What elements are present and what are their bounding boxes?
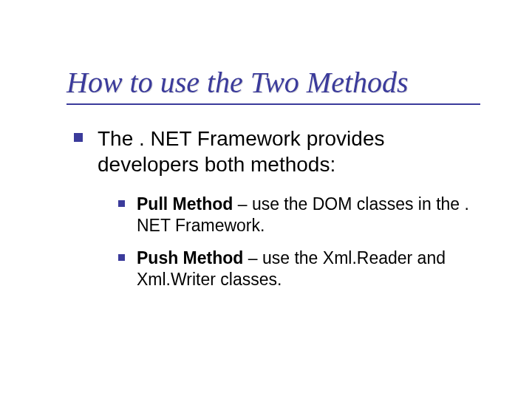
sub-point-label: Pull Method	[137, 194, 233, 214]
bullet-level2: Push Method – use the Xml.Reader and Xml…	[118, 248, 488, 291]
bullet-level2: Pull Method – use the DOM classes in the…	[118, 194, 488, 237]
sub-point-text: Push Method – use the Xml.Reader and Xml…	[137, 248, 488, 291]
square-bullet-icon	[118, 254, 125, 261]
title-underline	[66, 103, 480, 105]
bullet-level1: The . NET Framework provides developers …	[74, 126, 488, 177]
sub-point-text: Pull Method – use the DOM classes in the…	[137, 194, 488, 237]
sub-bullet-group: Pull Method – use the DOM classes in the…	[118, 194, 488, 291]
square-bullet-icon	[118, 200, 125, 207]
main-point-text: The . NET Framework provides developers …	[98, 126, 488, 177]
slide: How to use the Two Methods The . NET Fra…	[0, 0, 532, 399]
slide-title: How to use the Two Methods	[66, 66, 488, 99]
square-bullet-icon	[74, 133, 83, 142]
sub-point-label: Push Method	[137, 248, 243, 267]
